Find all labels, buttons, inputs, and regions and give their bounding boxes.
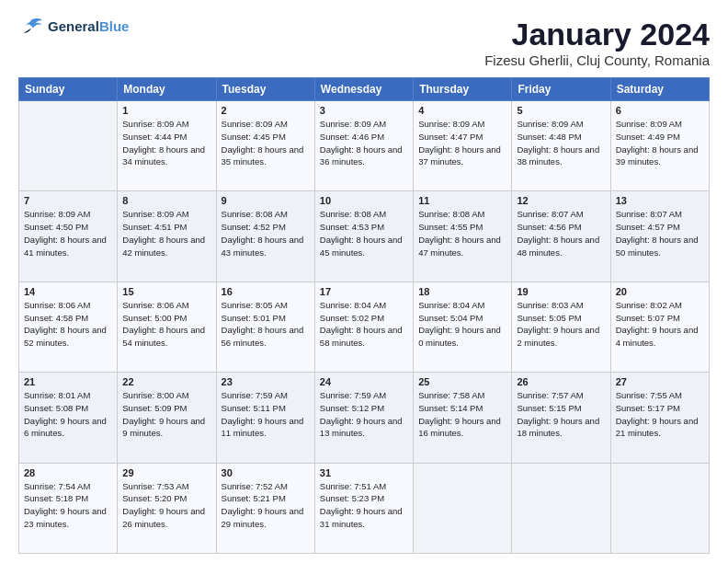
day-info: Sunrise: 7:51 AMSunset: 5:23 PMDaylight:… (320, 480, 408, 531)
day-number: 5 (517, 105, 605, 116)
col-sunday: Sunday (19, 78, 118, 101)
day-info: Sunrise: 7:52 AMSunset: 5:21 PMDaylight:… (222, 480, 310, 531)
main-title: January 2024 (484, 17, 710, 52)
day-number: 1 (122, 105, 210, 116)
day-number: 22 (122, 376, 210, 387)
day-cell: 20Sunrise: 8:02 AMSunset: 5:07 PMDayligh… (610, 282, 709, 372)
day-cell: 1Sunrise: 8:09 AMSunset: 4:44 PMDaylight… (118, 101, 216, 191)
day-info: Sunrise: 7:57 AMSunset: 5:15 PMDaylight:… (517, 389, 605, 440)
day-info: Sunrise: 8:00 AMSunset: 5:09 PMDaylight:… (122, 389, 210, 440)
day-info: Sunrise: 8:02 AMSunset: 5:07 PMDaylight:… (616, 299, 704, 350)
day-cell: 7Sunrise: 8:09 AMSunset: 4:50 PMDaylight… (19, 191, 118, 282)
day-cell: 28Sunrise: 7:54 AMSunset: 5:18 PMDayligh… (19, 463, 118, 553)
day-cell: 4Sunrise: 8:09 AMSunset: 4:47 PMDaylight… (414, 101, 512, 191)
day-cell: 14Sunrise: 8:06 AMSunset: 4:58 PMDayligh… (19, 282, 118, 372)
col-friday: Friday (512, 78, 610, 101)
col-monday: Monday (118, 78, 216, 101)
page-header: GeneralBlue January 2024 Fizesu Gherlii,… (18, 17, 710, 68)
day-info: Sunrise: 8:07 AMSunset: 4:56 PMDaylight:… (517, 208, 605, 259)
day-cell: 19Sunrise: 8:03 AMSunset: 5:05 PMDayligh… (512, 282, 610, 372)
day-cell: 12Sunrise: 8:07 AMSunset: 4:56 PMDayligh… (512, 191, 610, 282)
day-number: 29 (122, 467, 210, 478)
day-number: 11 (418, 195, 506, 206)
day-info: Sunrise: 8:09 AMSunset: 4:44 PMDaylight:… (122, 118, 210, 168)
day-cell (414, 463, 512, 553)
day-info: Sunrise: 8:04 AMSunset: 5:02 PMDaylight:… (320, 299, 408, 350)
col-saturday: Saturday (610, 78, 709, 101)
day-info: Sunrise: 8:09 AMSunset: 4:48 PMDaylight:… (517, 118, 605, 168)
day-number: 17 (320, 286, 408, 297)
day-info: Sunrise: 8:09 AMSunset: 4:47 PMDaylight:… (418, 118, 506, 168)
day-cell: 21Sunrise: 8:01 AMSunset: 5:08 PMDayligh… (19, 373, 118, 463)
day-cell: 2Sunrise: 8:09 AMSunset: 4:45 PMDaylight… (216, 101, 314, 191)
day-number: 24 (320, 376, 408, 387)
day-number: 28 (24, 467, 112, 478)
day-cell: 5Sunrise: 8:09 AMSunset: 4:48 PMDaylight… (512, 101, 610, 191)
day-info: Sunrise: 8:08 AMSunset: 4:53 PMDaylight:… (320, 208, 408, 259)
day-info: Sunrise: 8:04 AMSunset: 5:04 PMDaylight:… (418, 299, 506, 350)
day-number: 2 (222, 105, 310, 116)
day-number: 18 (418, 286, 506, 297)
day-cell: 16Sunrise: 8:05 AMSunset: 5:01 PMDayligh… (216, 282, 314, 372)
day-cell: 13Sunrise: 8:07 AMSunset: 4:57 PMDayligh… (610, 191, 709, 282)
day-info: Sunrise: 8:08 AMSunset: 4:52 PMDaylight:… (222, 208, 310, 259)
title-area: January 2024 Fizesu Gherlii, Cluj County… (484, 17, 710, 68)
day-cell (19, 101, 118, 191)
day-number: 30 (222, 467, 310, 478)
day-number: 14 (24, 286, 112, 297)
day-info: Sunrise: 7:53 AMSunset: 5:20 PMDaylight:… (122, 480, 210, 531)
calendar-table: Sunday Monday Tuesday Wednesday Thursday… (18, 77, 710, 554)
day-info: Sunrise: 7:55 AMSunset: 5:17 PMDaylight:… (616, 389, 704, 440)
day-cell: 6Sunrise: 8:09 AMSunset: 4:49 PMDaylight… (610, 101, 709, 191)
day-number: 6 (616, 105, 704, 116)
day-number: 26 (517, 376, 605, 387)
day-info: Sunrise: 8:08 AMSunset: 4:55 PMDaylight:… (418, 208, 506, 259)
day-info: Sunrise: 8:09 AMSunset: 4:45 PMDaylight:… (222, 118, 310, 168)
day-cell: 15Sunrise: 8:06 AMSunset: 5:00 PMDayligh… (118, 282, 216, 372)
day-cell (610, 463, 709, 553)
col-thursday: Thursday (414, 78, 512, 101)
day-number: 27 (616, 376, 704, 387)
day-number: 13 (616, 195, 704, 206)
day-cell: 10Sunrise: 8:08 AMSunset: 4:53 PMDayligh… (314, 191, 413, 282)
day-number: 10 (320, 195, 408, 206)
day-number: 3 (320, 105, 408, 116)
day-number: 9 (222, 195, 310, 206)
day-cell: 30Sunrise: 7:52 AMSunset: 5:21 PMDayligh… (216, 463, 314, 553)
day-info: Sunrise: 8:05 AMSunset: 5:01 PMDaylight:… (222, 299, 310, 350)
day-cell: 24Sunrise: 7:59 AMSunset: 5:12 PMDayligh… (314, 373, 413, 463)
day-info: Sunrise: 7:58 AMSunset: 5:14 PMDaylight:… (418, 389, 506, 440)
day-cell: 23Sunrise: 7:59 AMSunset: 5:11 PMDayligh… (216, 373, 314, 463)
week-row-4: 21Sunrise: 8:01 AMSunset: 5:08 PMDayligh… (19, 373, 710, 463)
day-number: 8 (122, 195, 210, 206)
day-cell: 17Sunrise: 8:04 AMSunset: 5:02 PMDayligh… (314, 282, 413, 372)
day-cell: 27Sunrise: 7:55 AMSunset: 5:17 PMDayligh… (610, 373, 709, 463)
day-number: 19 (517, 286, 605, 297)
day-info: Sunrise: 8:09 AMSunset: 4:51 PMDaylight:… (122, 208, 210, 259)
week-row-3: 14Sunrise: 8:06 AMSunset: 4:58 PMDayligh… (19, 282, 710, 372)
day-info: Sunrise: 8:09 AMSunset: 4:46 PMDaylight:… (320, 118, 408, 168)
day-cell: 29Sunrise: 7:53 AMSunset: 5:20 PMDayligh… (118, 463, 216, 553)
day-number: 20 (616, 286, 704, 297)
day-number: 7 (24, 195, 112, 206)
day-number: 25 (418, 376, 506, 387)
day-number: 23 (222, 376, 310, 387)
day-info: Sunrise: 8:06 AMSunset: 5:00 PMDaylight:… (122, 299, 210, 350)
day-cell: 18Sunrise: 8:04 AMSunset: 5:04 PMDayligh… (414, 282, 512, 372)
logo-text: GeneralBlue (48, 18, 129, 35)
week-row-1: 1Sunrise: 8:09 AMSunset: 4:44 PMDaylight… (19, 101, 710, 191)
day-info: Sunrise: 8:09 AMSunset: 4:49 PMDaylight:… (616, 118, 704, 168)
header-row: Sunday Monday Tuesday Wednesday Thursday… (19, 78, 710, 101)
day-cell: 25Sunrise: 7:58 AMSunset: 5:14 PMDayligh… (414, 373, 512, 463)
day-info: Sunrise: 7:59 AMSunset: 5:11 PMDaylight:… (222, 389, 310, 440)
day-number: 21 (24, 376, 112, 387)
day-info: Sunrise: 7:59 AMSunset: 5:12 PMDaylight:… (320, 389, 408, 440)
week-row-5: 28Sunrise: 7:54 AMSunset: 5:18 PMDayligh… (19, 463, 710, 553)
day-cell (512, 463, 610, 553)
day-info: Sunrise: 8:07 AMSunset: 4:57 PMDaylight:… (616, 208, 704, 259)
day-info: Sunrise: 7:54 AMSunset: 5:18 PMDaylight:… (24, 480, 112, 531)
day-cell: 31Sunrise: 7:51 AMSunset: 5:23 PMDayligh… (314, 463, 413, 553)
day-info: Sunrise: 8:03 AMSunset: 5:05 PMDaylight:… (517, 299, 605, 350)
day-info: Sunrise: 8:01 AMSunset: 5:08 PMDaylight:… (24, 389, 112, 440)
day-number: 31 (320, 467, 408, 478)
